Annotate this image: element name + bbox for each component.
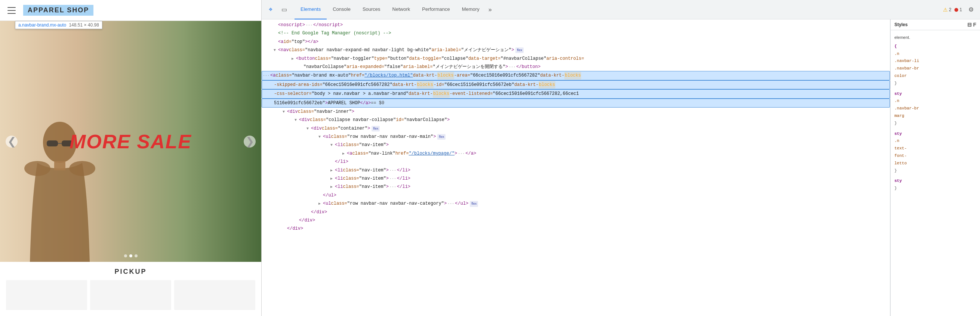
attr-area-val: "66cec15016e091cfc5667282" bbox=[470, 72, 540, 79]
triangle-ul-main[interactable] bbox=[318, 134, 323, 140]
style-prop-text-5: .n bbox=[894, 98, 899, 103]
html-line-noscript[interactable]: <noscript> ··· </noscript> bbox=[262, 21, 890, 29]
warning-count[interactable]: ⚠ 2 bbox=[943, 7, 951, 13]
website-preview: APPAREL SHOP a.navbar-brand.mx-auto 148.… bbox=[0, 0, 262, 316]
dots-li-4[interactable]: ··· bbox=[390, 184, 396, 190]
triangle-navbar-inner[interactable] bbox=[283, 109, 287, 115]
triangle-container[interactable] bbox=[307, 125, 311, 132]
style-prop-6: .navbar-br bbox=[894, 105, 976, 113]
pickup-item-2[interactable] bbox=[90, 280, 171, 310]
html-line-div-close-2[interactable]: </div> bbox=[262, 216, 890, 224]
triangle-li-2[interactable] bbox=[330, 167, 335, 174]
attr-class-navlink: class= bbox=[352, 150, 368, 157]
html-line-li-4[interactable]: <li class= "nav-item" > ··· </li> bbox=[262, 183, 890, 191]
html-line-navbar-inner[interactable]: <div class= "navbar-inner" > bbox=[262, 108, 890, 116]
inspect-element-button[interactable]: ⌖ bbox=[265, 4, 277, 16]
html-line-navbar-brand[interactable]: ··· <a class= "navbar-brand mx-auto" hre… bbox=[262, 71, 890, 80]
styles-filter-icon[interactable]: ⊟ F bbox=[967, 22, 976, 28]
triangle-button[interactable] bbox=[291, 56, 296, 62]
html-line-ul-category[interactable]: <ul class= "row navbar-nav navbar-nav-ca… bbox=[262, 200, 890, 208]
triangle-nav[interactable] bbox=[274, 47, 278, 53]
attr-id-collapse-val: "navbarCollapse" bbox=[404, 116, 447, 124]
attr-class-btn-val: "navbar-toggler" bbox=[331, 55, 374, 62]
html-line-li-1[interactable]: <li class= "nav-item" > bbox=[262, 141, 890, 149]
device-toolbar-button[interactable]: ▭ bbox=[278, 4, 290, 16]
flex-badge-nav: flex bbox=[515, 48, 523, 53]
triangle-collapse[interactable] bbox=[294, 117, 299, 123]
styles-panel: Styles ⊟ F element. { .n .navbar-li bbox=[890, 19, 980, 316]
attr-data-krt4: data-krt- bbox=[514, 81, 539, 89]
triangle-li-1[interactable] bbox=[330, 142, 335, 148]
tab-console[interactable]: Console bbox=[327, 0, 356, 19]
dots-selected[interactable]: ··· bbox=[263, 73, 269, 79]
tab-network[interactable]: Network bbox=[387, 0, 416, 19]
html-line-ul-main[interactable]: <ul class= "row navbar-nav navbar-nav-ma… bbox=[262, 133, 890, 141]
hamburger-icon[interactable] bbox=[8, 7, 16, 14]
html-line-comment[interactable]: <!-- End Google Tag Manager (noscript) -… bbox=[262, 29, 890, 37]
navbar-brand[interactable]: APPAREL SHOP bbox=[23, 5, 94, 16]
html-line-nav[interactable]: <nav class= "navbar navbar-expand-md nav… bbox=[262, 46, 890, 54]
tag-li-2-end: </li> bbox=[397, 167, 410, 174]
html-line-li-close-1[interactable]: </li> bbox=[262, 158, 890, 166]
html-line-navbar-brand-3[interactable]: -css-selector= "body > nav.navbar > a.na… bbox=[262, 89, 890, 98]
html-line-div-close-1[interactable]: </div> bbox=[262, 208, 890, 216]
style-brace-text-4: } bbox=[894, 186, 897, 191]
dots-navlink[interactable]: ··· bbox=[458, 151, 465, 157]
carousel-dot-1[interactable] bbox=[124, 254, 127, 257]
html-line-collapse[interactable]: <div class= "collapse navbar-collapse" i… bbox=[262, 116, 890, 124]
html-line-navbar-brand-2[interactable]: -skipped-area-ids= "66cec15016e091cfc566… bbox=[262, 80, 890, 89]
dots-li-2[interactable]: ··· bbox=[390, 167, 396, 174]
settings-button[interactable]: ⚙ bbox=[965, 4, 977, 16]
tab-performance[interactable]: Performance bbox=[416, 0, 456, 19]
tag-a-open: <a bbox=[278, 38, 283, 46]
styles-header: Styles ⊟ F bbox=[891, 19, 980, 30]
tab-sources[interactable]: Sources bbox=[356, 0, 387, 19]
attr-blocks-5: blocks bbox=[433, 90, 450, 97]
pickup-item-3[interactable] bbox=[174, 280, 255, 310]
style-selector-3: sty bbox=[894, 130, 976, 138]
style-sel-text-2: sty bbox=[894, 92, 902, 96]
dots-li-3[interactable]: ··· bbox=[390, 176, 396, 182]
html-line-li-2[interactable]: <li class= "nav-item" > ··· </li> bbox=[262, 166, 890, 175]
dots-button[interactable]: ··· bbox=[509, 64, 515, 70]
carousel-dot-2[interactable] bbox=[129, 254, 132, 257]
error-count[interactable]: ⬤ 1 bbox=[954, 7, 962, 12]
html-line-navbar-brand-4[interactable]: 5116e091cfc56672eb" > APPAREL SHOP </a> … bbox=[262, 98, 890, 108]
attr-aria-controls: aria-controls= bbox=[546, 55, 584, 62]
more-tabs-button[interactable]: » bbox=[485, 0, 495, 19]
html-line-button[interactable]: <button class= "navbar-toggler" type= "b… bbox=[262, 54, 890, 63]
tab-memory[interactable]: Memory bbox=[456, 0, 485, 19]
carousel-prev-button[interactable]: ❮ bbox=[6, 136, 18, 148]
triangle-a-navlink[interactable] bbox=[342, 151, 347, 157]
tag-li-1-close: > bbox=[386, 141, 389, 149]
attr-blocks-1: blocks bbox=[437, 72, 454, 79]
attr-href-brand-val[interactable]: "/blocks/top.html" bbox=[364, 72, 413, 79]
html-line-button-cont[interactable]: "navbarCollapse" aria-expanded= "false" … bbox=[262, 63, 890, 71]
tag-div-container: <div bbox=[311, 125, 322, 132]
triangle-ul-category[interactable] bbox=[318, 200, 323, 207]
triangle-li-4[interactable] bbox=[330, 184, 335, 190]
html-line-anchor-top[interactable]: <a id= "top" > </a> bbox=[262, 38, 890, 46]
html-line-a-navlink[interactable]: <a class= "nav-link" href= "/blocks/mypa… bbox=[262, 149, 890, 158]
tab-elements[interactable]: Elements bbox=[294, 0, 327, 19]
dots-category[interactable]: ··· bbox=[447, 200, 454, 207]
style-prop-text-11: letto bbox=[894, 161, 907, 165]
tag-button-end: </button> bbox=[516, 63, 541, 71]
attr-data-toggle: data-toggle= bbox=[409, 55, 441, 62]
triangle-li-3[interactable] bbox=[330, 176, 335, 182]
html-line-li-3[interactable]: <li class= "nav-item" > ··· </li> bbox=[262, 175, 890, 183]
attr-href-navlink-val[interactable]: "/blocks/mypage/" bbox=[409, 150, 455, 157]
carousel-next-button[interactable]: ❯ bbox=[244, 136, 256, 148]
html-line-div-close-3[interactable]: </div> bbox=[262, 224, 890, 233]
tag-li-4-end: </li> bbox=[397, 183, 410, 191]
pickup-item-1[interactable] bbox=[6, 280, 87, 310]
carousel-dots bbox=[124, 254, 138, 257]
style-prop-5: .n bbox=[894, 97, 976, 105]
attr-class-li-3-val: "nav-item" bbox=[359, 175, 386, 182]
carousel-dot-3[interactable] bbox=[135, 254, 138, 257]
comment-gtm: <!-- End Google Tag Manager (noscript) -… bbox=[278, 30, 391, 37]
attr-class-brand: class= bbox=[275, 72, 291, 79]
html-line-container[interactable]: <div class= "container" > flex bbox=[262, 124, 890, 133]
html-line-ul-close[interactable]: </ul> bbox=[262, 191, 890, 200]
dots-noscript[interactable]: ··· bbox=[306, 22, 312, 29]
